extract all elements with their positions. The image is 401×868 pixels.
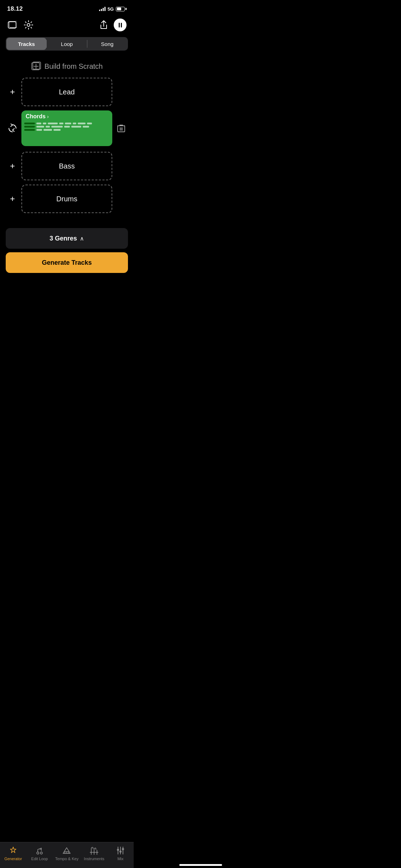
status-right: 5G [99, 6, 127, 12]
build-from-scratch[interactable]: Build from Scratch [0, 58, 134, 78]
track-row-chords: Chords › [7, 110, 127, 146]
track-row-lead: + Lead [7, 78, 127, 106]
signal-bars-icon [99, 7, 106, 11]
tracks-container: + Lead Chords › [0, 78, 134, 217]
network-label: 5G [108, 6, 114, 12]
lead-track-box[interactable]: Lead [21, 78, 112, 106]
bass-track-label: Bass [59, 162, 74, 170]
status-time: 18.12 [7, 5, 23, 12]
bass-add-button[interactable]: + [7, 162, 18, 170]
share-icon[interactable] [99, 20, 109, 30]
lead-track-label: Lead [59, 88, 75, 96]
layers-icon[interactable] [7, 20, 17, 30]
track-row-drums: + Drums [7, 185, 127, 213]
bass-track-box[interactable]: Bass [21, 152, 112, 180]
genres-chevron-icon: ∧ [80, 235, 84, 242]
build-scratch-label: Build from Scratch [45, 62, 103, 71]
generate-tracks-label: Generate Tracks [42, 259, 92, 267]
add-square-icon [31, 61, 41, 71]
settings-icon[interactable] [24, 20, 34, 30]
drums-track-box[interactable]: Drums [21, 185, 112, 213]
top-nav [0, 16, 134, 36]
drums-track-label: Drums [56, 195, 77, 203]
drums-add-button[interactable]: + [7, 195, 18, 203]
tab-song[interactable]: Song [87, 38, 127, 50]
genres-bar[interactable]: 3 Genres ∧ [6, 228, 128, 249]
chords-track-box[interactable]: Chords › [21, 110, 112, 146]
svg-point-2 [27, 24, 30, 26]
track-row-bass: + Bass [7, 152, 127, 180]
nav-right [99, 19, 127, 31]
segment-control: Tracks Loop Song [6, 37, 128, 51]
pause-icon [119, 23, 122, 27]
tab-tracks[interactable]: Tracks [6, 38, 46, 50]
chords-waveform [21, 121, 112, 133]
chords-track-label: Chords [26, 113, 46, 120]
chords-chevron-icon: › [47, 114, 49, 119]
nav-left [7, 20, 34, 30]
battery-icon [116, 7, 127, 11]
lead-add-button[interactable]: + [7, 88, 18, 96]
tab-loop[interactable]: Loop [47, 38, 87, 50]
chords-header: Chords › [21, 110, 112, 121]
chords-regenerate-button[interactable] [7, 124, 18, 133]
status-bar: 18.12 5G [0, 0, 134, 16]
pause-button[interactable] [114, 19, 127, 31]
generate-tracks-button[interactable]: Generate Tracks [6, 252, 128, 273]
chords-delete-button[interactable] [116, 124, 127, 133]
genres-label: 3 Genres [50, 235, 77, 242]
